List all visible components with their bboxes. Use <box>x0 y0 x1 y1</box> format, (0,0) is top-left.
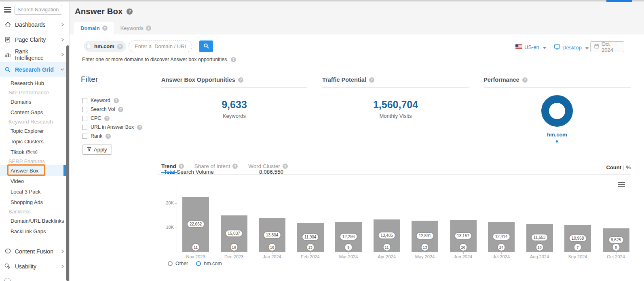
sidebar-item-domains[interactable]: Domains <box>0 96 69 107</box>
x-tick-label: Oct 2024 <box>607 254 625 259</box>
x-tick-mark <box>425 252 425 254</box>
x-tick-label: May 2024 <box>415 254 435 259</box>
sidebar-item-label: Shopping Ads <box>11 199 43 205</box>
checkbox[interactable] <box>82 116 87 121</box>
page-icon <box>4 36 11 43</box>
sidebar-item-label: Topic Explorer <box>11 128 44 134</box>
help-icon[interactable]: ? <box>127 9 133 15</box>
x-axis <box>177 252 629 252</box>
help-icon[interactable]: ? <box>179 164 184 169</box>
y-tick-mark <box>175 228 177 228</box>
page-tabs: Domain?Keywords? <box>74 22 158 34</box>
help-icon[interactable]: ? <box>283 164 288 169</box>
sidebar-item-topic-clusters[interactable]: Topic Clusters <box>0 136 69 147</box>
help-icon[interactable]: ? <box>104 116 110 121</box>
performance-domain[interactable]: hm.com <box>484 132 631 138</box>
help-icon[interactable]: ? <box>118 107 123 112</box>
sidebar-item-local-3-pack[interactable]: Local 3 Pack <box>0 186 69 197</box>
radio-icon[interactable] <box>196 261 201 266</box>
sidebar-item-serp-features: SERP Features <box>0 157 69 165</box>
sidebar-item-usability[interactable]: Usability <box>0 259 69 274</box>
legend-item-other[interactable]: Other <box>168 261 188 266</box>
locale-selector[interactable]: US-en <box>515 44 546 50</box>
help-icon[interactable]: ? <box>102 26 108 31</box>
checkbox[interactable] <box>82 107 87 112</box>
help-icon[interactable]: ? <box>369 77 374 83</box>
menu-icon[interactable] <box>4 6 11 13</box>
checkbox[interactable] <box>82 134 87 139</box>
x-tick-mark <box>234 252 234 254</box>
search-button[interactable] <box>199 40 213 52</box>
help-icon[interactable]: ? <box>231 57 236 62</box>
radio-icon[interactable] <box>168 261 173 266</box>
device-label: Desktop <box>562 45 582 51</box>
beta-badge: (Beta) <box>26 149 38 154</box>
locale-label: US-en <box>524 44 539 50</box>
help-icon[interactable]: ? <box>137 125 142 130</box>
sidebar-item-research-hub[interactable]: Research Hub <box>0 78 69 88</box>
sidebar-item-topic-explorer[interactable]: Topic Explorer <box>0 126 69 136</box>
domain-tag-label: hm.com <box>94 43 114 49</box>
tab-keywords[interactable]: Keywords? <box>114 22 158 34</box>
x-tick-label: Jan 2024 <box>263 254 281 259</box>
sidebar-item-backlink-gaps[interactable]: BackLink Gaps <box>0 226 69 236</box>
sidebar-item-research-grid[interactable]: Research Grid <box>0 62 69 77</box>
trend-tab-word-cluster[interactable]: Word Cluster? <box>248 163 288 173</box>
trend-tab-trend[interactable]: Trend? <box>161 163 184 173</box>
funnel-icon <box>87 147 91 153</box>
tab-label: Domain <box>80 25 100 31</box>
percent-toggle[interactable]: % <box>626 164 631 170</box>
count-toggle[interactable]: Count <box>606 164 622 170</box>
performance-donut-chart[interactable] <box>541 95 573 127</box>
sidebar-item-page-clarity[interactable]: Page Clarity <box>0 32 69 47</box>
checkbox[interactable] <box>82 125 87 130</box>
sidebar-item-video[interactable]: Video <box>0 176 69 186</box>
date-picker[interactable]: Oct 2024 <box>590 41 624 52</box>
monthly-visits-count: 1,560,704 <box>322 99 469 111</box>
us-flag-icon <box>515 44 522 50</box>
radio-icon[interactable] <box>86 44 91 49</box>
legend-item-hm-com[interactable]: hm.com <box>196 261 222 266</box>
sidebar-item-domain-url-backlinks[interactable]: Domain/URL Backlinks <box>0 215 69 226</box>
divider <box>484 87 631 88</box>
apply-button[interactable]: Apply <box>82 145 112 155</box>
x-tick-mark <box>272 252 272 254</box>
sidebar-header <box>0 0 69 17</box>
help-icon[interactable]: ? <box>146 26 151 31</box>
device-selector[interactable]: Desktop <box>554 44 589 51</box>
sidebar-item-answer-box[interactable]: Answer Box <box>0 165 69 176</box>
trend-tab-share-of-intent[interactable]: Share of Intent? <box>194 163 238 173</box>
sidebar-search-input[interactable] <box>15 5 62 15</box>
sidebar-item-rank-intelligence[interactable]: Rank Intelligence <box>0 47 69 62</box>
help-icon[interactable]: ? <box>106 134 111 139</box>
checkbox[interactable] <box>82 98 87 103</box>
bar-value-label: 11,553 <box>532 234 548 241</box>
tab-domain[interactable]: Domain? <box>74 22 114 34</box>
sidebar-scrollbar[interactable] <box>66 45 69 281</box>
bar-value-label: 11,904 <box>302 234 319 240</box>
chevron-right-icon <box>61 53 64 57</box>
chevron-right-icon <box>61 38 64 42</box>
domain-tag[interactable]: hm.com ✕ <box>84 41 126 52</box>
help-icon[interactable]: ? <box>522 77 528 83</box>
monitor-icon <box>554 44 560 51</box>
help-icon[interactable]: ? <box>238 77 243 83</box>
help-icon[interactable]: ? <box>114 98 119 103</box>
main-area: Answer Box ? Domain?Keywords? hm.com ✕ E… <box>70 0 644 281</box>
x-tick-label: Aug 2024 <box>530 254 549 259</box>
help-icon[interactable]: ? <box>232 164 238 169</box>
helper-text: Enter one or more domains to discover An… <box>82 57 228 62</box>
sidebar-item-tiktok[interactable]: Tiktok(Beta) <box>0 147 69 157</box>
sidebar-item-content-gaps[interactable]: Content Gaps <box>0 107 69 117</box>
domain-input[interactable] <box>129 40 192 52</box>
x-tick-mark <box>196 252 196 254</box>
sidebar-item-content-fusion[interactable]: Content Fusion <box>0 244 69 259</box>
count-percent-toggle[interactable]: Count|% <box>570 164 631 170</box>
sidebar-item-shopping-ads[interactable]: Shopping Ads <box>0 197 69 207</box>
bar-value-label: 22,662 <box>188 221 204 227</box>
x-tick-label: Jun 2024 <box>454 254 472 259</box>
close-icon[interactable]: ✕ <box>117 44 123 49</box>
sidebar-item-dashboards[interactable]: Dashboards <box>0 17 69 32</box>
bar-count-bubble: 13 <box>307 244 314 251</box>
app-window: DashboardsPage ClarityRank IntelligenceR… <box>0 0 644 281</box>
